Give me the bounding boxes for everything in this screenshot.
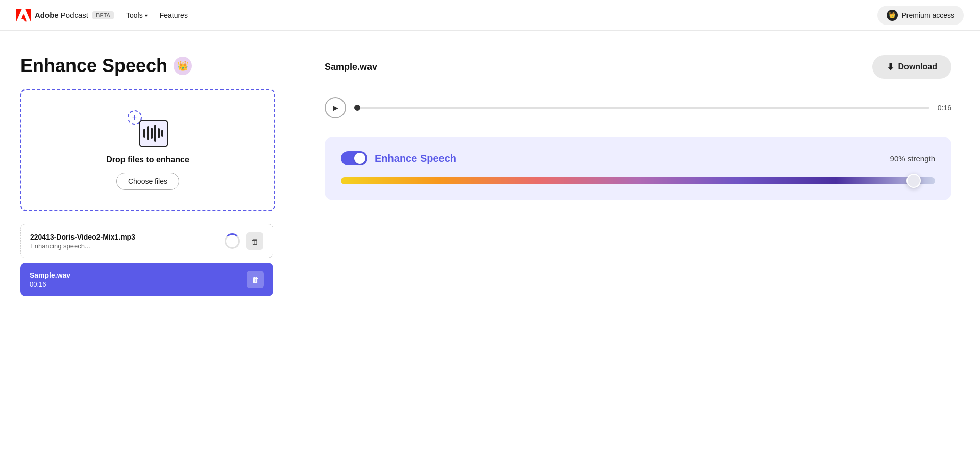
choose-files-button[interactable]: Choose files (116, 173, 179, 190)
gradient-track (341, 177, 935, 184)
brand-name: Adobe Podcast (35, 11, 88, 19)
svg-text:👑: 👑 (177, 60, 189, 72)
main-content: Enhance Speech 👑 + Drop files to (0, 31, 980, 475)
drop-zone[interactable]: + Drop files to enhance Choose files (20, 89, 275, 211)
current-filename: Sample.wav (325, 62, 377, 73)
right-panel: Sample.wav ⬇ Download ▶ 0:16 (296, 31, 980, 475)
play-button[interactable]: ▶ (325, 97, 346, 118)
left-panel: Enhance Speech 👑 + Drop files to (0, 31, 296, 475)
navbar: Adobe Podcast BETA Tools ▾ Features 👑 Pr… (0, 0, 980, 31)
beta-badge: BETA (92, 11, 114, 19)
brand: Adobe Podcast BETA (16, 8, 114, 22)
drop-label: Drop files to enhance (106, 155, 189, 164)
file-status: Enhancing speech... (30, 242, 135, 250)
strength-slider-wrap (341, 176, 935, 186)
crown-icon: 👑 (174, 57, 192, 75)
enhance-label: Enhance Speech (375, 153, 456, 164)
file-actions-active: 🗑 (247, 271, 264, 288)
delete-file-button[interactable]: 🗑 (246, 232, 263, 250)
toggle-thumb (354, 153, 365, 164)
page-title: Enhance Speech (20, 55, 167, 77)
file-name: 220413-Doris-Video2-Mix1.mp3 (30, 233, 135, 241)
file-name-active: Sample.wav (30, 271, 70, 279)
drop-icon: + (128, 110, 168, 147)
strength-label: 90% strength (890, 154, 935, 163)
enhance-section: Enhance Speech 90% strength (325, 137, 951, 200)
download-label: Download (898, 62, 937, 72)
file-info-active: Sample.wav 00:16 (30, 271, 70, 288)
tools-label: Tools (126, 11, 143, 19)
audio-player: ▶ 0:16 (325, 93, 951, 123)
duration-label: 0:16 (938, 104, 951, 112)
processing-spinner (225, 233, 240, 249)
progress-thumb[interactable] (354, 105, 360, 111)
file-actions: 🗑 (225, 232, 263, 250)
premium-label: Premium access (902, 11, 954, 19)
file-item-active[interactable]: Sample.wav 00:16 🗑 (20, 263, 273, 296)
slider-thumb[interactable] (906, 174, 921, 188)
nav-tools-menu[interactable]: Tools ▾ (126, 11, 148, 19)
file-info: 220413-Doris-Video2-Mix1.mp3 Enhancing s… (30, 233, 135, 250)
enhance-speech-toggle[interactable] (341, 151, 368, 165)
nav-features-link[interactable]: Features (160, 11, 188, 19)
delete-active-file-button[interactable]: 🗑 (247, 271, 264, 288)
download-button[interactable]: ⬇ Download (872, 55, 951, 79)
chevron-down-icon: ▾ (145, 13, 148, 18)
progress-track[interactable] (354, 107, 929, 109)
enhance-toggle-group: Enhance Speech (341, 151, 456, 165)
download-icon: ⬇ (887, 61, 894, 73)
page-title-row: Enhance Speech 👑 (20, 55, 275, 77)
file-list: 220413-Doris-Video2-Mix1.mp3 Enhancing s… (20, 224, 275, 475)
premium-icon: 👑 (887, 10, 898, 21)
file-item[interactable]: 220413-Doris-Video2-Mix1.mp3 Enhancing s… (20, 224, 273, 258)
waveform-icon (139, 120, 168, 147)
adobe-logo-icon (16, 8, 31, 22)
premium-access-button[interactable]: 👑 Premium access (877, 6, 964, 25)
file-duration-active: 00:16 (30, 280, 70, 288)
enhance-toggle-row: Enhance Speech 90% strength (341, 151, 935, 165)
right-header: Sample.wav ⬇ Download (325, 55, 951, 79)
